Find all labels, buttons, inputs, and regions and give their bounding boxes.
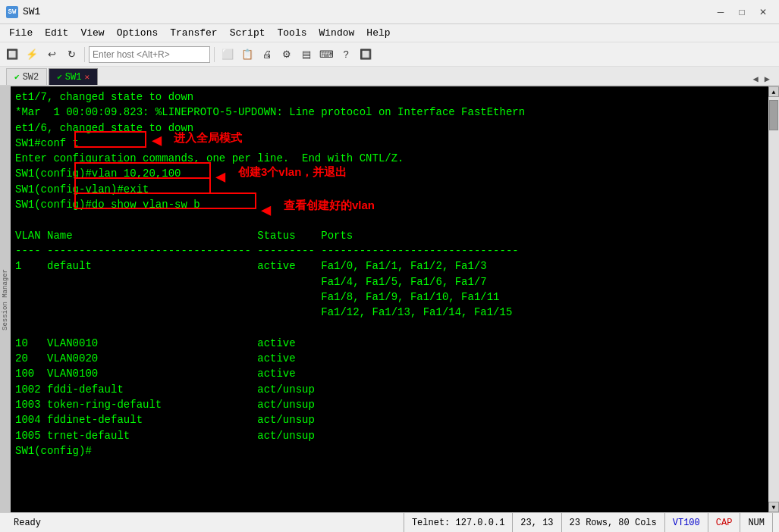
toolbar-paste-btn[interactable]: 📋 <box>238 45 256 64</box>
terminal-line: ---- -------------------------------- --… <box>15 243 764 258</box>
status-num: NUM <box>740 513 773 532</box>
window-controls: ─ □ ✕ <box>711 5 773 20</box>
minimize-button[interactable]: ─ <box>711 5 730 20</box>
close-button[interactable]: ✕ <box>753 5 773 20</box>
toolbar-save-btn[interactable]: ↩ <box>42 45 61 64</box>
toolbar-help-btn[interactable]: ? <box>337 45 355 64</box>
terminal-line: 10 VLAN0010 active <box>15 336 764 351</box>
menu-file[interactable]: File <box>3 26 39 40</box>
tab-sw1-check: ✔ <box>57 72 62 82</box>
menu-options[interactable]: Options <box>111 26 165 40</box>
toolbar-new-btn[interactable]: 🔲 <box>3 45 21 64</box>
toolbar-settings-btn[interactable]: ⚙ <box>278 45 296 64</box>
toolbar-more-btn[interactable]: ▤ <box>297 45 316 64</box>
terminal-line: 1005 trnet-default act/unsup <box>15 428 764 443</box>
tab-sw1[interactable]: ✔ SW1 ✕ <box>49 68 98 85</box>
app-icon: SW <box>6 6 18 18</box>
terminal-wrapper: Session Manager et1/7, changed state to … <box>0 86 779 512</box>
terminal-line: SW1#conf t <box>15 136 764 151</box>
tab-next-arrow[interactable]: ▶ <box>762 74 773 85</box>
host-input[interactable] <box>89 46 210 63</box>
tab-sw1-close[interactable]: ✕ <box>84 72 90 82</box>
terminal-line <box>15 320 764 335</box>
status-telnet: Telnet: 127.0.0.1 <box>404 513 513 532</box>
terminal-line: SW1(config)# <box>15 443 764 458</box>
menu-view[interactable]: View <box>74 26 110 40</box>
menu-edit[interactable]: Edit <box>39 26 74 40</box>
terminal-line: SW1(config)#vlan 10,20,100 <box>15 166 764 181</box>
tab-sw2[interactable]: ✔ SW2 <box>6 68 47 85</box>
status-bar: Ready Telnet: 127.0.0.1 23, 13 23 Rows, … <box>0 512 779 532</box>
toolbar-sep-1 <box>84 47 85 62</box>
menu-tools[interactable]: Tools <box>272 26 313 40</box>
menu-bar: File Edit View Options Transfer Script T… <box>0 24 779 42</box>
title-bar: SW SW1 ─ □ ✕ <box>0 0 779 24</box>
toolbar-reload-btn[interactable]: ↻ <box>62 45 80 64</box>
status-position: 23, 13 <box>513 513 561 532</box>
tab-sw2-label: SW2 <box>23 72 39 83</box>
scrollbar-track[interactable] <box>768 97 779 502</box>
terminal[interactable]: et1/7, changed state to down*Mar 1 00:00… <box>11 86 768 512</box>
terminal-line: *Mar 1 00:00:09.823: %LINEPROTO-5-UPDOWN… <box>15 105 764 120</box>
terminal-line: 20 VLAN0020 active <box>15 351 764 366</box>
terminal-line: 1 default active Fa1/0, Fa1/1, Fa1/2, Fa… <box>15 258 764 274</box>
terminal-line: SW1(config)#do show vlan-sw b <box>15 197 764 212</box>
menu-transfer[interactable]: Transfer <box>164 26 223 40</box>
terminal-line: Fa1/8, Fa1/9, Fa1/10, Fa1/11 <box>15 289 764 305</box>
toolbar-extra-btn[interactable]: 🔲 <box>357 45 375 64</box>
tab-prev-arrow[interactable]: ◀ <box>750 74 762 85</box>
title-bar-left: SW SW1 <box>6 6 40 18</box>
toolbar-key-btn[interactable]: ⌨ <box>317 45 335 64</box>
menu-script[interactable]: Script <box>224 26 272 40</box>
toolbar-sep-2 <box>214 47 215 62</box>
terminal-line: 1002 fddi-default act/unsup <box>15 382 764 397</box>
maximize-button[interactable]: □ <box>732 5 752 20</box>
toolbar: 🔲 ⚡ ↩ ↻ ⬜ 📋 🖨 ⚙ ▤ ⌨ ? 🔲 <box>0 42 779 67</box>
terminal-line <box>15 212 764 227</box>
status-size: 23 Rows, 80 Cols <box>562 513 665 532</box>
terminal-line: et1/7, changed state to down <box>15 89 764 105</box>
status-ready: Ready <box>6 513 404 532</box>
status-cap: CAP <box>708 513 741 532</box>
scroll-down-btn[interactable]: ▼ <box>768 502 779 512</box>
tab-sw1-label: SW1 <box>65 72 82 83</box>
status-vt: VT100 <box>665 513 708 532</box>
terminal-line: VLAN Name Status Ports <box>15 228 764 243</box>
terminal-line: et1/6, changed state to down <box>15 120 764 136</box>
menu-help[interactable]: Help <box>360 26 396 40</box>
terminal-line: 1004 fddinet-default act/unsup <box>15 412 764 427</box>
terminal-line: 100 VLAN0100 active <box>15 366 764 381</box>
terminal-line: SW1(config-vlan)#exit <box>15 182 764 197</box>
session-manager-label[interactable]: Session Manager <box>0 86 11 512</box>
toolbar-copy-btn[interactable]: ⬜ <box>218 45 237 64</box>
terminal-line: Fa1/4, Fa1/5, Fa1/6, Fa1/7 <box>15 274 764 289</box>
tab-bar: ✔ SW2 ✔ SW1 ✕ ◀ ▶ <box>0 67 779 86</box>
scrollbar-thumb[interactable] <box>769 100 778 130</box>
window-title: SW1 <box>23 6 40 17</box>
tab-sw2-check: ✔ <box>14 72 20 82</box>
menu-window[interactable]: Window <box>313 26 361 40</box>
toolbar-print-btn[interactable]: 🖨 <box>258 45 276 64</box>
scroll-up-btn[interactable]: ▲ <box>768 86 779 97</box>
terminal-line: Fa1/12, Fa1/13, Fa1/14, Fa1/15 <box>15 305 764 320</box>
terminal-line: Enter configuration commands, one per li… <box>15 151 764 166</box>
terminal-line: 1003 token-ring-default act/unsup <box>15 397 764 412</box>
scrollbar[interactable]: ▲ ▼ <box>768 86 779 512</box>
toolbar-open-btn[interactable]: ⚡ <box>23 45 41 64</box>
